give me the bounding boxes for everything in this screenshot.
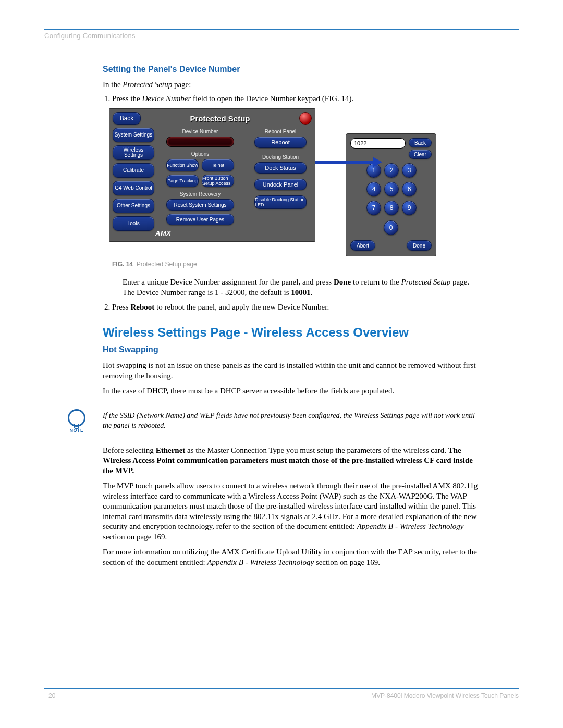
body-paragraph: Hot swapping is not an issue on these pa…: [103, 361, 478, 381]
intro-line: In the Protected Setup page:: [103, 80, 478, 89]
telnet-button[interactable]: Telnet: [202, 159, 234, 171]
page-tracking-button[interactable]: Page Tracking: [166, 175, 199, 187]
docking-station-label: Docking Station: [262, 153, 299, 161]
key-9[interactable]: 9: [402, 201, 417, 215]
device-number-label: Device Number: [154, 128, 246, 135]
status-led-icon: [299, 112, 312, 125]
reboot-button[interactable]: Reboot: [254, 137, 307, 148]
function-show-button[interactable]: Function Show: [166, 159, 199, 171]
chapter-head: Configuring Communications: [44, 32, 519, 40]
amx-logo: AMX: [154, 226, 246, 238]
keypad-back-button[interactable]: Back: [409, 138, 432, 147]
side-nav: System Settings Wireless Settings Calibr…: [113, 128, 151, 238]
key-5[interactable]: 5: [384, 182, 399, 196]
keypad-display: 1022: [350, 138, 406, 149]
nav-calibrate[interactable]: Calibrate: [113, 163, 154, 178]
reboot-panel-label: Reboot Panel: [265, 128, 297, 135]
key-8[interactable]: 8: [384, 201, 399, 215]
back-button[interactable]: Back: [113, 112, 141, 125]
nav-other-settings[interactable]: Other Settings: [113, 199, 154, 213]
disable-docking-led-button[interactable]: Disable Docking Station LED: [254, 195, 307, 209]
step-2: Press Reboot to reboot the panel, and ap…: [112, 303, 478, 312]
body-paragraph: For more information on utilizing the AM…: [103, 547, 478, 567]
note-text: If the SSID (Network Name) and WEP field…: [103, 411, 478, 431]
section-heading: Setting the Panel's Device Number: [103, 65, 478, 74]
key-6[interactable]: 6: [402, 182, 417, 196]
key-0[interactable]: 0: [384, 220, 398, 235]
options-label: Options: [154, 150, 246, 158]
keypad-abort-button[interactable]: Abort: [350, 240, 375, 251]
callout-arrow-head: [373, 157, 382, 167]
lightbulb-icon: [68, 409, 85, 427]
key-3[interactable]: 3: [402, 163, 417, 178]
undock-panel-button[interactable]: Undock Panel: [254, 179, 307, 190]
doc-title: MVP-8400i Modero Viewpoint Wireless Touc…: [371, 692, 519, 699]
figure-14: Back Protected Setup System Settings Wir…: [109, 108, 478, 256]
major-heading: Wireless Settings Page - Wireless Access…: [103, 325, 478, 340]
step-1-continuation: Enter a unique Device Number assignment …: [123, 277, 478, 298]
protected-setup-panel: Back Protected Setup System Settings Wir…: [109, 108, 315, 242]
footer: 20 MVP-8400i Modero Viewpoint Wireless T…: [44, 688, 519, 699]
body-paragraph: In the case of DHCP, there must be a DHC…: [103, 386, 478, 397]
steps-list: Press the Device Number field to open th…: [103, 94, 478, 312]
nav-tools[interactable]: Tools: [113, 216, 154, 231]
remove-user-pages-button[interactable]: Remove User Pages: [166, 214, 234, 225]
nav-g4-web-control[interactable]: G4 Web Control: [113, 181, 154, 195]
dock-status-button[interactable]: Dock Status: [254, 162, 307, 174]
key-4[interactable]: 4: [366, 182, 381, 196]
reset-system-button[interactable]: Reset System Settings: [166, 199, 234, 211]
device-number-field[interactable]: [166, 137, 234, 147]
front-button-setup-button[interactable]: Front Button Setup Access: [202, 175, 234, 187]
panel-title: Protected Setup: [144, 114, 296, 123]
step-1: Press the Device Number field to open th…: [112, 94, 478, 298]
keypad-clear-button[interactable]: Clear: [409, 150, 432, 159]
sub-heading: Hot Swapping: [103, 345, 478, 354]
nav-wireless-settings[interactable]: Wireless Settings: [113, 145, 154, 160]
page-number: 20: [44, 692, 55, 699]
body-paragraph: The MVP touch panels allow users to conn…: [103, 481, 478, 542]
note-callout: NOTE If the SSID (Network Name) and WEP …: [66, 409, 478, 433]
body-paragraph: Before selecting Ethernet as the Master …: [103, 446, 478, 476]
key-7[interactable]: 7: [366, 201, 381, 215]
figure-caption: FIG. 14 Protected Setup page: [112, 261, 478, 268]
key-2[interactable]: 2: [384, 163, 399, 178]
keypad-done-button[interactable]: Done: [407, 240, 432, 251]
system-recovery-label: System Recovery: [154, 190, 246, 198]
device-number-keypad: 1022 Back Clear 1 2 3 4 5 6: [346, 133, 436, 256]
nav-system-settings[interactable]: System Settings: [113, 128, 154, 142]
